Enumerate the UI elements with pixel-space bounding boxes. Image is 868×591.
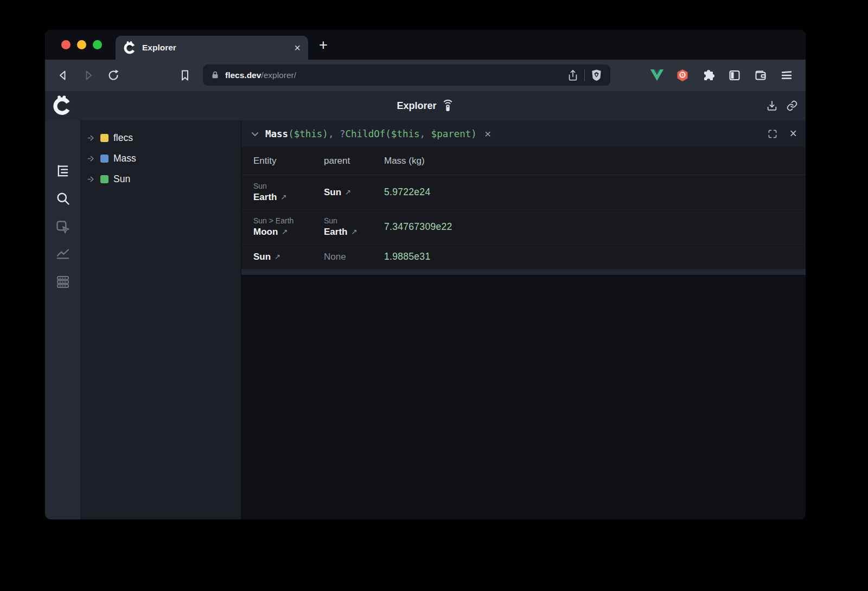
- tree-item[interactable]: flecs: [80, 127, 241, 148]
- tab-strip: Explorer × +: [45, 30, 806, 60]
- open-entity-arrow-icon[interactable]: ↗: [282, 227, 288, 236]
- menu-icon[interactable]: [780, 69, 793, 82]
- query-segment: ($this): [288, 129, 328, 139]
- entity-link[interactable]: Sun ↗: [253, 252, 324, 262]
- download-icon[interactable]: [766, 100, 778, 112]
- commands-icon[interactable]: [55, 274, 71, 290]
- header-actions: [766, 91, 798, 120]
- parent-link[interactable]: None: [324, 252, 384, 262]
- mass-value: 1.9885e31: [384, 251, 806, 262]
- tree-item-label: Mass: [113, 153, 136, 164]
- parent-name: Sun: [324, 187, 341, 198]
- connection-remote-icon[interactable]: [442, 99, 454, 112]
- tree-active-indicator: [45, 164, 48, 178]
- query-close-icon[interactable]: ×: [790, 127, 797, 140]
- reload-button[interactable]: [107, 69, 120, 82]
- query-segment: Mass: [265, 129, 288, 139]
- flecs-favicon: [123, 41, 136, 54]
- parent-cell: Sun ↗: [324, 187, 384, 198]
- parent-path: Sun: [324, 216, 384, 225]
- query-remove-icon[interactable]: ×: [484, 128, 491, 139]
- entity-color-swatch: [100, 155, 108, 163]
- vue-devtools-icon[interactable]: [650, 69, 663, 82]
- close-window-button[interactable]: [61, 40, 71, 49]
- wallet-icon[interactable]: [754, 69, 767, 82]
- search-active-indicator: [45, 191, 48, 206]
- share-icon[interactable]: [567, 69, 579, 81]
- tree-item-label: flecs: [113, 132, 133, 144]
- query-segment: ,: [420, 129, 431, 139]
- open-entity-arrow-icon[interactable]: ↗: [280, 192, 286, 201]
- tree-item[interactable]: Mass: [80, 148, 241, 169]
- new-tab-button[interactable]: +: [319, 37, 328, 54]
- bookmark-icon[interactable]: [178, 69, 192, 82]
- browser-toolbar: flecs.dev/explorer/: [45, 60, 806, 91]
- app-title: Explorer: [397, 100, 436, 112]
- results-resize-handle[interactable]: [241, 269, 806, 275]
- table-row: Sun Earth ↗ Sun ↗ 5.9722e24: [241, 175, 806, 210]
- table-row: Sun > Earth Moon ↗ Sun Earth ↗ 7.3476730…: [241, 210, 806, 245]
- share-link-icon[interactable]: [786, 100, 798, 112]
- open-parent-arrow-icon[interactable]: ↗: [345, 188, 351, 196]
- query-segment: ?: [340, 129, 346, 139]
- stats-icon[interactable]: [55, 246, 71, 261]
- results-table: Entity parent Mass (kg) Sun Earth ↗ Sun …: [241, 147, 806, 269]
- mass-value: 5.9722e24: [384, 187, 806, 198]
- flecs-logo[interactable]: [52, 95, 72, 115]
- extensions-puzzle-icon[interactable]: [702, 69, 715, 82]
- parent-name: Earth: [324, 227, 347, 237]
- extension-area: [650, 60, 793, 91]
- tree-item-label: Sun: [113, 174, 130, 185]
- column-header-entity: Entity: [253, 156, 324, 166]
- address-bar[interactable]: flecs.dev/explorer/: [203, 65, 610, 86]
- query-panel-empty-area: [241, 275, 806, 519]
- query-panel: Mass($this), ?ChildOf($this, $parent) × …: [241, 120, 806, 519]
- browser-tab-explorer[interactable]: Explorer ×: [116, 36, 308, 60]
- entity-link[interactable]: Moon ↗: [253, 227, 324, 237]
- sidebar-icon[interactable]: [728, 69, 741, 82]
- entity-cell: Sun Earth ↗: [253, 182, 324, 203]
- inspect-icon[interactable]: [55, 220, 71, 235]
- results-header-row: Entity parent Mass (kg): [241, 147, 806, 175]
- extension-gem-icon[interactable]: [676, 69, 689, 82]
- traffic-lights: [61, 40, 102, 49]
- query-segment: $parent): [431, 129, 477, 139]
- tab-close-icon[interactable]: ×: [294, 42, 301, 53]
- browser-window: Explorer × + flecs.dev/explorer/: [45, 30, 806, 519]
- chevron-down-icon[interactable]: [250, 129, 260, 139]
- back-button[interactable]: [56, 69, 69, 82]
- query-bar[interactable]: Mass($this), ?ChildOf($this, $parent) × …: [241, 120, 806, 147]
- tree-item[interactable]: Sun: [80, 169, 241, 189]
- parent-link[interactable]: Earth ↗: [324, 227, 384, 237]
- table-row: Sun ↗ None 1.9885e31: [241, 245, 806, 269]
- entity-tree-panel: flecs Mass Sun: [80, 120, 241, 519]
- entity-path: Sun > Earth: [253, 216, 324, 225]
- zoom-window-button[interactable]: [93, 40, 102, 49]
- parent-cell: Sun Earth ↗: [324, 216, 384, 237]
- entity-name: Earth: [253, 192, 277, 203]
- entity-name: Sun: [253, 252, 271, 262]
- sidebar-rail: [45, 120, 80, 519]
- parent-link[interactable]: Sun ↗: [324, 187, 384, 198]
- entity-color-swatch: [100, 175, 108, 183]
- brave-shield-icon[interactable]: [590, 69, 603, 81]
- toolbar-divider: [584, 69, 585, 81]
- entity-cell: Sun ↗: [253, 252, 324, 262]
- entity-path: Sun: [253, 182, 324, 190]
- column-header-parent: parent: [324, 156, 384, 166]
- tree-view-icon[interactable]: [55, 163, 71, 178]
- tree-expand-arrow[interactable]: [87, 155, 95, 163]
- url-text: flecs.dev/explorer/: [225, 70, 296, 80]
- tree-expand-arrow[interactable]: [87, 175, 95, 183]
- entity-link[interactable]: Earth ↗: [253, 192, 324, 203]
- expand-icon[interactable]: [767, 129, 778, 139]
- tree-expand-arrow[interactable]: [87, 134, 95, 142]
- column-header-mass: Mass (kg): [384, 156, 806, 166]
- forward-button[interactable]: [82, 69, 95, 82]
- entity-cell: Sun > Earth Moon ↗: [253, 216, 324, 237]
- open-parent-arrow-icon[interactable]: ↗: [351, 227, 357, 236]
- open-entity-arrow-icon[interactable]: ↗: [275, 252, 280, 261]
- search-icon[interactable]: [55, 191, 71, 206]
- query-segment: ,: [328, 129, 340, 139]
- minimize-window-button[interactable]: [77, 40, 86, 49]
